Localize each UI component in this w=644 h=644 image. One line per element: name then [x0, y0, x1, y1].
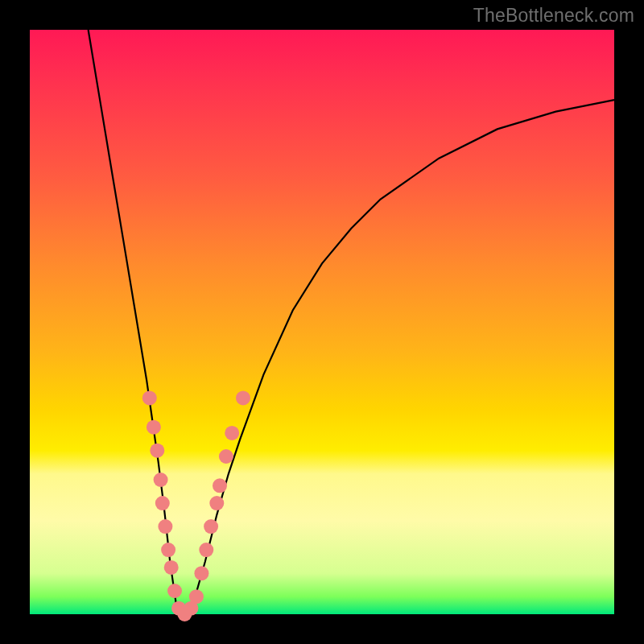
watermark-text: TheBottleneck.com — [473, 5, 634, 27]
scatter-point — [194, 566, 208, 580]
scatter-point — [199, 543, 213, 557]
plot-area — [30, 30, 614, 614]
scatter-point — [209, 496, 224, 510]
scatter-points — [142, 390, 250, 621]
scatter-point — [142, 390, 157, 405]
scatter-point — [219, 449, 233, 464]
scatter-point — [189, 589, 204, 604]
curve-layer — [30, 30, 614, 614]
scatter-point — [150, 444, 164, 458]
scatter-point — [236, 390, 250, 405]
scatter-point — [167, 584, 182, 598]
scatter-point — [155, 496, 170, 510]
scatter-point — [154, 473, 168, 487]
chart-stage: TheBottleneck.com — [0, 0, 644, 644]
scatter-point — [147, 420, 161, 435]
scatter-point — [158, 519, 172, 534]
scatter-point — [204, 519, 218, 534]
scatter-point — [161, 543, 175, 557]
scatter-point — [164, 560, 179, 575]
scatter-point — [225, 426, 239, 440]
scatter-point — [213, 478, 227, 493]
